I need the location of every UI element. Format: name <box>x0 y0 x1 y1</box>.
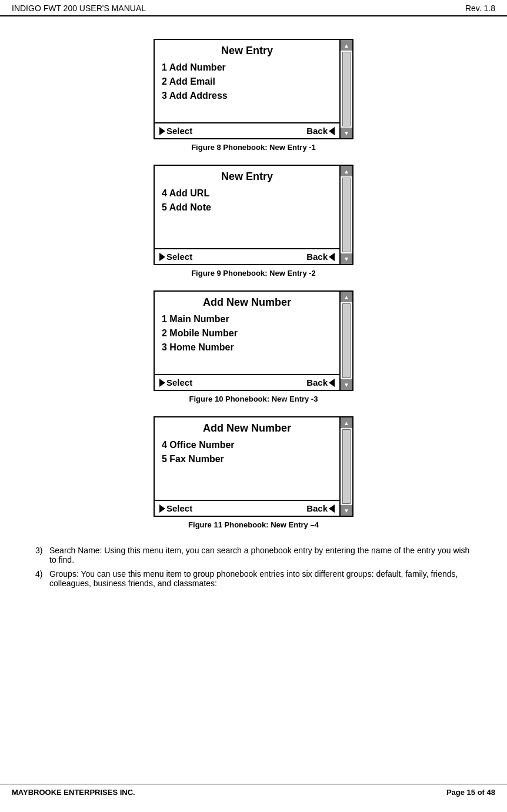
fig8-item-2: 2 Add Email <box>162 75 332 89</box>
header-title: INDIGO FWT 200 USER'S MANUAL <box>12 4 146 13</box>
fig10-caption: Figure 10 Phonebook: New Entry -3 <box>154 395 353 403</box>
fig9-select[interactable]: Select <box>159 252 192 262</box>
fig8-item-3: 3 Add Address <box>162 89 332 103</box>
fig11-caption: Figure 11 Phonebook: New Entry –4 <box>154 520 353 529</box>
fig10-scrollbar: ▲ ▼ <box>339 292 352 390</box>
figure-11-screen: Add New Number 4 Office Number 5 Fax Num… <box>154 416 353 517</box>
fig8-select[interactable]: Select <box>159 126 192 136</box>
scroll-up-icon[interactable]: ▲ <box>341 166 352 176</box>
back-arrow-icon <box>329 504 335 513</box>
fig8-item-1: 1 Add Number <box>162 61 332 75</box>
fig9-footer: Select Back <box>155 248 339 264</box>
figure-9-screen: New Entry 4 Add URL 5 Add Note Select Ba… <box>154 165 353 265</box>
scroll-down-icon[interactable]: ▼ <box>341 253 352 264</box>
fig10-title: Add New Number <box>162 296 332 309</box>
fig10-footer: Select Back <box>155 374 339 390</box>
fig9-caption: Figure 9 Phonebook: New Entry -2 <box>154 269 353 278</box>
body-text: 3) Search Name: Using this menu item, yo… <box>35 546 472 590</box>
select-arrow-icon <box>159 253 165 261</box>
fig11-title: Add New Number <box>162 422 332 435</box>
main-content: New Entry 1 Add Number 2 Add Email 3 Add… <box>0 16 507 602</box>
scroll-track <box>342 52 351 126</box>
scroll-down-icon[interactable]: ▼ <box>341 505 352 516</box>
figure-10-container: Add New Number 1 Main Number 2 Mobile Nu… <box>154 290 353 414</box>
scroll-up-icon[interactable]: ▲ <box>341 40 352 51</box>
fig8-footer: Select Back <box>155 122 339 138</box>
fig10-back[interactable]: Back <box>306 377 335 387</box>
body-item-3: 3) Search Name: Using this menu item, yo… <box>35 546 472 564</box>
body-item-4: 4) Groups: You can use this menu item to… <box>35 569 472 588</box>
fig10-item-2: 2 Mobile Number <box>162 326 332 340</box>
fig9-item-1: 4 Add URL <box>162 186 332 201</box>
fig8-body: New Entry 1 Add Number 2 Add Email 3 Add… <box>155 40 339 122</box>
fig10-body: Add New Number 1 Main Number 2 Mobile Nu… <box>155 292 339 374</box>
fig8-caption: Figure 8 Phonebook: New Entry -1 <box>154 143 353 152</box>
fig10-select[interactable]: Select <box>159 377 192 387</box>
header-rev: Rev. 1.8 <box>465 4 495 13</box>
fig8-scrollbar: ▲ ▼ <box>339 40 352 138</box>
fig11-footer: Select Back <box>155 500 339 516</box>
scroll-up-icon[interactable]: ▲ <box>341 417 352 428</box>
fig8-back[interactable]: Back <box>306 126 335 136</box>
back-arrow-icon <box>329 253 335 261</box>
select-arrow-icon <box>159 504 165 513</box>
fig8-title: New Entry <box>162 45 332 57</box>
back-arrow-icon <box>329 127 335 135</box>
fig9-body: New Entry 4 Add URL 5 Add Note <box>155 166 339 248</box>
fig9-item-2: 5 Add Note <box>162 201 332 215</box>
scroll-down-icon[interactable]: ▼ <box>341 128 352 138</box>
figure-9-container: New Entry 4 Add URL 5 Add Note Select Ba… <box>154 165 353 288</box>
fig11-select[interactable]: Select <box>159 503 192 513</box>
footer-page: Page 15 of 48 <box>446 788 495 797</box>
fig10-item-1: 1 Main Number <box>162 312 332 326</box>
footer-company: MAYBROOKE ENTERPRISES INC. <box>12 788 135 797</box>
fig11-item-2: 5 Fax Number <box>162 452 332 466</box>
fig10-item-3: 3 Home Number <box>162 340 332 355</box>
fig9-back[interactable]: Back <box>306 252 335 262</box>
figure-10-screen: Add New Number 1 Main Number 2 Mobile Nu… <box>154 290 353 391</box>
fig9-scrollbar: ▲ ▼ <box>339 166 352 264</box>
back-arrow-icon <box>329 379 335 387</box>
scroll-up-icon[interactable]: ▲ <box>341 292 352 302</box>
scroll-track <box>342 178 351 252</box>
figure-8-screen: New Entry 1 Add Number 2 Add Email 3 Add… <box>154 39 353 139</box>
select-arrow-icon <box>159 379 165 387</box>
scroll-track <box>342 429 351 504</box>
page-footer: MAYBROOKE ENTERPRISES INC. Page 15 of 48 <box>0 784 507 800</box>
fig11-back[interactable]: Back <box>306 503 335 513</box>
fig11-body: Add New Number 4 Office Number 5 Fax Num… <box>155 417 339 500</box>
figure-11-container: Add New Number 4 Office Number 5 Fax Num… <box>154 416 353 540</box>
scroll-down-icon[interactable]: ▼ <box>341 379 352 390</box>
fig9-title: New Entry <box>162 171 332 183</box>
fig11-item-1: 4 Office Number <box>162 438 332 452</box>
page-header: INDIGO FWT 200 USER'S MANUAL Rev. 1.8 <box>0 0 507 16</box>
figure-8-container: New Entry 1 Add Number 2 Add Email 3 Add… <box>154 39 353 162</box>
select-arrow-icon <box>159 127 165 135</box>
fig11-scrollbar: ▲ ▼ <box>339 417 352 516</box>
scroll-track <box>342 303 351 378</box>
